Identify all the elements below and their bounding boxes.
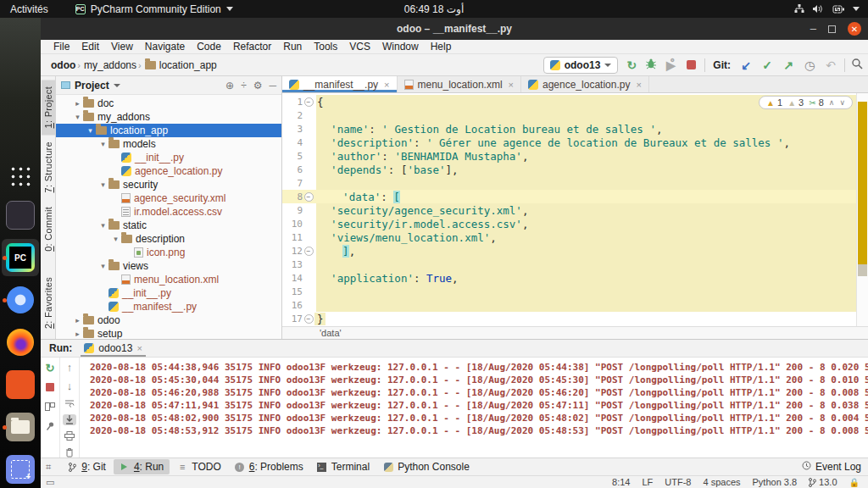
tree-row[interactable]: static — [56, 219, 281, 232]
tree-row[interactable]: __manifest__.py — [56, 300, 281, 313]
tree-chevron-icon[interactable] — [85, 126, 96, 135]
tree-chevron-icon[interactable] — [97, 180, 108, 189]
menu-item[interactable]: VCS — [343, 41, 376, 53]
fold-marker-icon[interactable] — [303, 97, 314, 107]
history-button[interactable]: ◷ — [802, 59, 817, 71]
breadcrumb-item[interactable]: my_addons — [82, 59, 138, 71]
activities-button[interactable]: Activités — [0, 3, 58, 15]
coverage-button[interactable]: ▶̊ — [663, 59, 678, 71]
code-line[interactable]: 10 'security/ir.model.access.csv', — [282, 217, 868, 230]
collapse-all-icon[interactable]: ÷ — [241, 80, 247, 92]
tool-window-button[interactable]: ≡ TODO — [171, 459, 226, 474]
app-menu[interactable]: PC PyCharm Community Edition — [75, 3, 233, 15]
code-line[interactable]: 15 — [282, 285, 868, 298]
code-line[interactable]: 11 'views/menu_location.xml', — [282, 230, 868, 244]
editor-tab[interactable]: menu_location.xml × — [398, 76, 522, 92]
tree-row[interactable]: __init__.py — [56, 151, 281, 164]
tree-chevron-icon[interactable] — [72, 99, 83, 108]
restore-layout-icon[interactable] — [43, 400, 57, 413]
system-tray[interactable] — [794, 4, 868, 14]
tool-window-button[interactable]: ! 6: Problems — [229, 459, 309, 474]
tree-row[interactable]: menu_location.xml — [56, 273, 281, 286]
status-item[interactable]: 8:14 — [612, 477, 630, 487]
status-item[interactable]: LF — [642, 477, 653, 487]
tree-row[interactable]: ir.model.access.csv — [56, 205, 281, 219]
tree-row[interactable]: my_addons — [56, 110, 281, 124]
code-line[interactable]: 7 — [282, 176, 868, 190]
menu-item[interactable]: Edit — [75, 41, 105, 53]
tool-window-button[interactable]: 2: Favorites — [42, 270, 55, 336]
chevron-down-icon[interactable] — [114, 84, 120, 87]
close-tab-icon[interactable]: × — [636, 80, 641, 90]
tree-chevron-icon[interactable] — [97, 262, 108, 270]
status-item[interactable]: 4 spaces — [703, 477, 740, 487]
rollback-button[interactable]: ↶ — [823, 59, 838, 71]
pin-icon[interactable] — [43, 419, 57, 433]
menu-item[interactable]: Code — [191, 41, 227, 53]
menu-item[interactable]: Run — [277, 41, 308, 53]
minimize-button[interactable]: – — [810, 25, 816, 33]
code-line[interactable]: 14 'application': True, — [282, 271, 868, 285]
tree-chevron-icon[interactable] — [72, 113, 83, 121]
dock-item[interactable]: A — [2, 366, 39, 403]
dock-item[interactable]: >_ — [2, 197, 39, 234]
tree-row[interactable]: description — [56, 232, 281, 246]
run-button[interactable]: ↻ — [624, 59, 639, 71]
lock-icon[interactable]: 🔒 — [849, 478, 860, 487]
code-line[interactable]: 17 } — [282, 312, 868, 325]
inspections-widget[interactable]: ▲ 1 ▲ 3 ✂ 8 ∧ ∨ — [759, 96, 853, 109]
tree-row[interactable]: icon.png — [56, 246, 281, 259]
tool-window-button[interactable]: 9: Git — [61, 459, 112, 474]
stop-button[interactable] — [43, 380, 57, 394]
menu-item[interactable]: File — [47, 41, 75, 53]
git-push-button[interactable]: ↗ — [781, 59, 796, 71]
down-stack-trace-icon[interactable]: ↓ — [63, 380, 76, 392]
up-stack-trace-icon[interactable]: ↑ — [63, 361, 76, 374]
tree-row[interactable]: agence_location.py — [56, 164, 281, 178]
code-line[interactable]: 16 — [282, 298, 868, 312]
menu-item[interactable]: Tools — [308, 41, 343, 53]
code-line[interactable]: 3 'name': ' Gestion de Location bureau e… — [282, 122, 868, 136]
code-line[interactable]: 12 ], — [282, 244, 868, 258]
tree-row[interactable]: setup — [56, 327, 281, 339]
clear-console-icon[interactable] — [63, 447, 76, 458]
breadcrumb-item[interactable]: odoo — [49, 59, 77, 71]
tree-chevron-icon[interactable] — [72, 330, 83, 338]
menu-item[interactable]: Navigate — [139, 41, 191, 53]
code-line[interactable]: 13 — [282, 258, 868, 271]
close-tab-icon[interactable]: × — [136, 343, 142, 353]
tree-row[interactable]: __init__.py — [56, 286, 281, 300]
code-line[interactable]: 9 'security/agence_security.xml', — [282, 203, 868, 217]
code-line[interactable]: 18 — [282, 325, 868, 326]
console-output[interactable]: 2020-08-18 05:44:38,946 35175 INFO odoo1… — [80, 358, 868, 458]
tree-chevron-icon[interactable] — [97, 140, 108, 148]
scrollbar-thumb[interactable] — [858, 264, 867, 276]
tree-row[interactable]: doc — [56, 97, 281, 110]
editor-tab[interactable]: agence_location.py × — [521, 76, 649, 92]
tree-row[interactable]: location_app — [56, 124, 281, 137]
menu-item[interactable]: Help — [425, 41, 458, 53]
close-tab-icon[interactable]: × — [509, 80, 514, 90]
status-item[interactable]: UTF-8 — [665, 477, 691, 487]
dock-item[interactable] — [2, 408, 39, 446]
next-issue-icon[interactable]: ∨ — [839, 98, 845, 107]
editor-scrollbar[interactable] — [856, 93, 868, 326]
tree-row[interactable]: security — [56, 178, 281, 191]
code-line[interactable]: 6 'depends': ['base'], — [282, 163, 868, 176]
rerun-button[interactable]: ↻ — [43, 361, 57, 374]
stop-button[interactable] — [687, 60, 696, 69]
dock-item[interactable]: PC — [2, 239, 39, 276]
soft-wrap-icon[interactable] — [63, 398, 76, 408]
tree-row[interactable]: views — [56, 259, 281, 273]
tree-chevron-icon[interactable] — [97, 221, 108, 230]
tree-chevron-icon[interactable] — [110, 235, 121, 243]
code-area[interactable]: 1 { 2 3 'name': ' Gestion de Locat — [282, 93, 868, 326]
prev-issue-icon[interactable]: ∧ — [829, 98, 835, 107]
tool-window-button[interactable]: Python Console — [377, 459, 476, 474]
tree-chevron-icon[interactable] — [72, 316, 83, 324]
tool-window-switcher-icon[interactable]: ⌗ — [46, 462, 51, 473]
tree-row[interactable]: agence_security.xml — [56, 191, 281, 205]
git-branch-widget[interactable]: 13.0 — [809, 477, 837, 487]
screen-icon[interactable]: ▭ — [46, 477, 54, 488]
gear-icon[interactable]: ⚙ — [253, 80, 263, 92]
